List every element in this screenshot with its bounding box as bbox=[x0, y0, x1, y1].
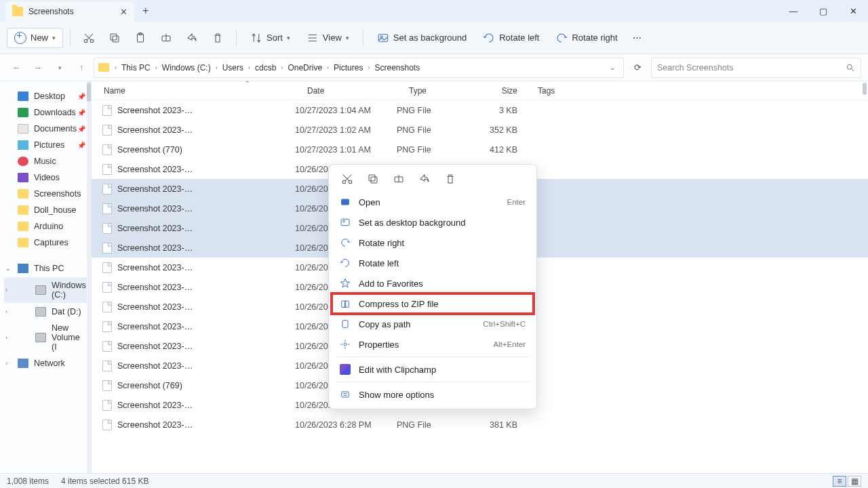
nav-drive[interactable]: ›Dat (D:) bbox=[0, 304, 91, 320]
search-input[interactable] bbox=[657, 63, 846, 73]
large-icons-view-button[interactable]: ▦ bbox=[848, 476, 861, 487]
ctx-set-desktop-bg[interactable]: Set as desktop background bbox=[332, 212, 534, 232]
more-button[interactable]: ⋯ bbox=[627, 29, 647, 46]
col-date[interactable]: Date bbox=[295, 86, 397, 96]
cut-button[interactable] bbox=[77, 28, 100, 47]
recent-button[interactable]: ▾ bbox=[50, 58, 69, 77]
maximize-button[interactable]: ▢ bbox=[808, 0, 838, 22]
file-icon bbox=[102, 321, 112, 332]
plus-icon bbox=[14, 32, 26, 44]
sort-button[interactable]: Sort▾ bbox=[243, 28, 297, 47]
search-box[interactable] bbox=[651, 58, 861, 78]
svg-rect-15 bbox=[342, 199, 349, 205]
breadcrumbs[interactable]: › This PC› Windows (C:)› Users› cdcsb› O… bbox=[94, 58, 624, 78]
file-row[interactable]: Screenshot 2023-10...10/27/2023 1:02 AMP… bbox=[92, 120, 868, 140]
file-row[interactable]: Screenshot 2023-10...10/26/2023 6:28 PMP… bbox=[92, 415, 868, 434]
file-row[interactable]: Screenshot 2023-10...10/27/2023 1:04 AMP… bbox=[92, 100, 868, 120]
ctx-clipchamp[interactable]: Edit with Clipchamp bbox=[332, 359, 534, 380]
file-icon bbox=[102, 243, 112, 253]
status-item-count: 1,008 items bbox=[7, 476, 49, 486]
sort-indicator-icon: ⌃ bbox=[245, 80, 250, 87]
ctx-compress-zip[interactable]: Compress to ZIP file bbox=[332, 293, 534, 314]
nav-drive[interactable]: ›New Volume (I bbox=[0, 320, 91, 355]
rename-button[interactable] bbox=[155, 28, 178, 47]
crumb-pictures[interactable]: Pictures bbox=[332, 63, 365, 73]
ctx-share-icon[interactable] bbox=[417, 171, 432, 186]
context-menu: OpenEnter Set as desktop background Rota… bbox=[328, 164, 537, 409]
address-dropdown[interactable]: ⌄ bbox=[606, 64, 619, 71]
svg-point-9 bbox=[847, 64, 852, 69]
navigation-pane: Desktop📌Downloads📌Documents📌Pictures📌Mus… bbox=[0, 81, 92, 473]
new-button[interactable]: New ▾ bbox=[7, 28, 63, 48]
ctx-rotate-left[interactable]: Rotate left bbox=[332, 253, 534, 273]
ctx-rename-icon[interactable] bbox=[391, 171, 406, 186]
svg-rect-12 bbox=[371, 177, 377, 183]
set-background-button[interactable]: Set as background bbox=[370, 28, 473, 47]
up-button[interactable]: ↑ bbox=[72, 58, 91, 77]
svg-rect-2 bbox=[113, 36, 119, 42]
nav-item-captures[interactable]: Captures bbox=[0, 235, 91, 251]
tab-screenshots[interactable]: Screenshots ✕ bbox=[5, 1, 134, 22]
ctx-show-more[interactable]: Show more options bbox=[332, 384, 534, 405]
delete-button[interactable] bbox=[206, 28, 229, 47]
nav-item-desktop[interactable]: Desktop📌 bbox=[0, 88, 91, 104]
title-bar: Screenshots ✕ + — ▢ ✕ bbox=[0, 0, 868, 22]
svg-rect-19 bbox=[342, 321, 348, 328]
new-tab-button[interactable]: + bbox=[142, 5, 149, 17]
file-icon bbox=[102, 282, 112, 293]
nav-item-downloads[interactable]: Downloads📌 bbox=[0, 104, 91, 121]
svg-rect-16 bbox=[341, 219, 349, 225]
nav-item-videos[interactable]: Videos bbox=[0, 169, 91, 186]
file-icon bbox=[102, 184, 112, 195]
nav-this-pc[interactable]: ⌄This PC bbox=[0, 260, 91, 277]
ctx-cut-icon[interactable] bbox=[340, 171, 355, 186]
col-name[interactable]: Name bbox=[92, 86, 295, 96]
crumb-screenshots[interactable]: Screenshots bbox=[372, 63, 422, 73]
copy-button[interactable] bbox=[103, 28, 126, 47]
refresh-button[interactable]: ⟳ bbox=[627, 58, 648, 78]
ctx-delete-icon[interactable] bbox=[443, 171, 458, 186]
crumb-user[interactable]: cdcsb bbox=[253, 63, 278, 73]
share-button[interactable] bbox=[180, 28, 203, 47]
file-icon bbox=[102, 203, 112, 214]
nav-item-arduino[interactable]: Arduino bbox=[0, 218, 91, 235]
nav-network[interactable]: ›Network bbox=[0, 355, 91, 371]
col-size[interactable]: Size bbox=[471, 86, 526, 96]
col-tags[interactable]: Tags bbox=[526, 86, 868, 96]
close-tab-icon[interactable]: ✕ bbox=[118, 6, 129, 17]
nav-drive[interactable]: ›Windows (C:) bbox=[4, 277, 87, 303]
crumb-drive[interactable]: Windows (C:) bbox=[160, 63, 213, 73]
back-button[interactable]: ← bbox=[7, 58, 26, 77]
rotate-right-button[interactable]: Rotate right bbox=[549, 28, 624, 47]
ctx-rotate-right[interactable]: Rotate right bbox=[332, 232, 534, 253]
nav-item-documents[interactable]: Documents📌 bbox=[0, 121, 91, 137]
ctx-add-favorites[interactable]: Add to Favorites bbox=[332, 273, 534, 293]
nav-item-screenshots[interactable]: Screenshots bbox=[0, 186, 91, 202]
forward-button[interactable]: → bbox=[28, 58, 47, 77]
rotate-left-button[interactable]: Rotate left bbox=[476, 28, 546, 47]
crumb-this-pc[interactable]: This PC bbox=[119, 63, 153, 73]
ctx-copy-path[interactable]: Copy as pathCtrl+Shift+C bbox=[332, 314, 534, 334]
file-icon bbox=[102, 125, 112, 136]
ctx-open[interactable]: OpenEnter bbox=[332, 192, 534, 212]
window-controls: — ▢ ✕ bbox=[778, 0, 868, 22]
column-headers[interactable]: ⌃ Name Date Type Size Tags bbox=[92, 81, 868, 100]
details-view-button[interactable]: ≡ bbox=[833, 476, 846, 487]
view-button[interactable]: View▾ bbox=[300, 28, 356, 47]
ctx-copy-icon[interactable] bbox=[366, 171, 380, 186]
ctx-properties[interactable]: PropertiesAlt+Enter bbox=[332, 334, 534, 354]
paste-button[interactable] bbox=[129, 28, 152, 47]
col-type[interactable]: Type bbox=[397, 86, 471, 96]
crumb-users[interactable]: Users bbox=[220, 63, 245, 73]
close-button[interactable]: ✕ bbox=[838, 0, 868, 22]
context-quick-actions bbox=[332, 169, 534, 192]
nav-item-pictures[interactable]: Pictures📌 bbox=[0, 137, 91, 153]
minimize-button[interactable]: — bbox=[778, 0, 808, 22]
file-icon bbox=[102, 361, 112, 371]
nav-item-music[interactable]: Music bbox=[0, 153, 91, 169]
crumb-onedrive[interactable]: OneDrive bbox=[285, 63, 324, 73]
file-icon bbox=[102, 420, 112, 430]
tab-title: Screenshots bbox=[28, 7, 113, 16]
file-row[interactable]: Screenshot (770)10/27/2023 1:01 AMPNG Fi… bbox=[92, 140, 868, 159]
nav-item-doll-house[interactable]: Doll_house bbox=[0, 202, 91, 218]
